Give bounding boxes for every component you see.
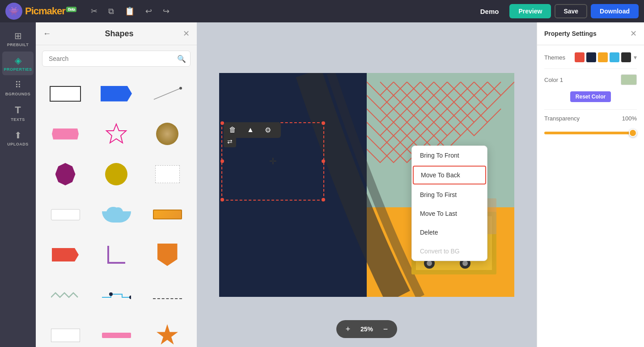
theme-swatch-yellow[interactable] (598, 52, 608, 62)
reset-color-button[interactable]: Reset Color (570, 91, 611, 102)
transparency-value: 100% (622, 115, 637, 122)
sidebar-item-properties[interactable]: ◈ PROPERTIES (2, 51, 34, 75)
svg-point-3 (109, 292, 113, 296)
svg-point-16 (462, 261, 468, 266)
shape-rect-outline[interactable] (42, 76, 89, 111)
svg-marker-2 (106, 124, 126, 143)
sidebar-item-texts[interactable]: T TEXTS (2, 101, 34, 125)
svg-point-4 (129, 296, 131, 299)
shape-zigzag[interactable] (42, 277, 89, 313)
shape-blue-arrow[interactable] (93, 76, 140, 111)
context-menu: Bring To Front Move To Back Bring To Fir… (411, 146, 487, 261)
themes-dropdown-button[interactable]: ▾ (634, 54, 637, 61)
theme-swatch-red[interactable] (575, 52, 585, 62)
delete-element-button[interactable]: 🗑 (227, 124, 238, 136)
shapes-panel: ← Shapes ✕ 🔍 (36, 22, 197, 347)
search-icon: 🔍 (177, 55, 186, 63)
logo-icon: 👾 (5, 3, 22, 20)
left-sidebar: ⊞ PREBUILT ◈ PROPERTIES ⠿ BGROUNDS T TEX… (0, 22, 36, 347)
settings-element-button[interactable]: ⚙ (263, 124, 273, 136)
shape-orange-shield[interactable] (144, 237, 191, 273)
shape-white-rect2[interactable] (42, 317, 89, 347)
panel-close-button[interactable]: ✕ (183, 29, 190, 39)
shape-line-diagonal[interactable] (144, 76, 191, 111)
shape-yellow-circle[interactable] (93, 156, 140, 192)
shape-orange-flower[interactable] (144, 317, 191, 347)
transparency-slider[interactable] (544, 132, 637, 134)
sidebar-item-label: BGROUNDS (5, 92, 31, 96)
panel-title: Shapes (55, 29, 183, 39)
shapes-grid (36, 72, 197, 347)
right-panel: Property Settings ✕ Themes ▾ Color 1 Res… (537, 22, 644, 347)
color1-label: Color 1 (544, 77, 563, 83)
transparency-row: Transparency 100% (544, 115, 637, 122)
right-panel-header: Property Settings ✕ (537, 22, 644, 45)
floating-toolbar: 🗑 ▲ ⚙ (224, 122, 281, 138)
texts-icon: T (15, 104, 21, 116)
shape-red-chevron-arrow[interactable] (42, 237, 89, 273)
bgrounds-icon: ⠿ (15, 80, 21, 90)
logo-area: 👾 PicmakerBeta (5, 3, 76, 20)
preview-button[interactable]: Preview (509, 4, 551, 18)
cut-button[interactable]: ✂ (87, 4, 101, 18)
undo-button[interactable]: ↩ (142, 4, 156, 18)
shape-pink-ribbon[interactable] (42, 116, 89, 152)
beta-badge: Beta (66, 7, 77, 12)
svg-point-1 (179, 87, 182, 90)
uploads-icon: ⬆ (14, 130, 22, 141)
right-panel-section: Themes ▾ Color 1 Reset Color Transparenc… (537, 45, 644, 143)
save-button[interactable]: Save (555, 4, 587, 18)
right-panel-close-button[interactable]: ✕ (630, 29, 637, 39)
theme-swatch-blue[interactable] (610, 52, 619, 62)
ctx-move-to-last[interactable]: Move To Last (412, 204, 487, 223)
right-panel-title: Property Settings (544, 30, 597, 37)
ctx-move-to-back[interactable]: Move To Back (413, 166, 486, 184)
shape-hex-purple[interactable] (42, 156, 89, 192)
paste-button[interactable]: 📋 (121, 4, 138, 18)
color1-row: Color 1 (544, 74, 637, 85)
zoom-out-button[interactable]: − (379, 323, 392, 335)
search-input[interactable] (42, 51, 191, 67)
svg-point-15 (427, 261, 432, 266)
sidebar-item-bgrounds[interactable]: ⠿ BGROUNDS (2, 76, 34, 100)
shape-star-outline[interactable] (93, 116, 140, 152)
ctx-convert-to-bg: Convert to BG (412, 242, 487, 261)
panel-back-button[interactable]: ← (43, 29, 51, 39)
sidebar-item-label: PROPERTIES (4, 67, 32, 72)
download-button[interactable]: Download (591, 4, 639, 18)
ctx-bring-to-first[interactable]: Bring To First (412, 185, 487, 204)
shape-step-line[interactable] (93, 277, 140, 313)
rp-divider-2 (544, 109, 637, 110)
theme-swatch-navy[interactable] (586, 52, 596, 62)
copy-button[interactable]: ⧉ (105, 5, 118, 18)
svg-line-0 (154, 88, 181, 99)
theme-swatch-dark[interactable] (621, 52, 631, 62)
topbar: 👾 PicmakerBeta ✂ ⧉ 📋 ↩ ↪ Demo Preview Sa… (0, 0, 644, 22)
sidebar-item-label: TEXTS (11, 117, 25, 122)
sidebar-item-uploads[interactable]: ⬆ UPLOADS (2, 126, 34, 150)
reset-color-container: Reset Color (544, 91, 637, 102)
shape-orange-banner[interactable] (144, 197, 191, 232)
shape-cloud[interactable] (93, 197, 140, 232)
shape-purple-L-bracket[interactable] (93, 237, 140, 273)
flip-button[interactable]: ▲ (245, 124, 256, 136)
color1-swatch[interactable] (621, 74, 637, 85)
shape-pink-stripe[interactable] (93, 317, 140, 347)
demo-button[interactable]: Demo (473, 5, 506, 18)
shape-white-rounded-rect[interactable] (42, 197, 89, 232)
themes-swatches: ▾ (575, 52, 637, 62)
zoom-in-button[interactable]: + (342, 323, 354, 335)
ctx-bring-to-front[interactable]: Bring To Front (412, 146, 487, 165)
shape-rect-dashed[interactable] (144, 156, 191, 192)
sidebar-item-prebuilt[interactable]: ⊞ PREBUILT (2, 27, 34, 51)
zoom-value: 25% (358, 326, 376, 333)
search-box: 🔍 (42, 51, 191, 67)
redo-button[interactable]: ↪ (159, 4, 173, 18)
panel-header: ← Shapes ✕ (36, 22, 197, 45)
sidebar-item-label: PREBUILT (7, 43, 29, 47)
shape-brown-circle[interactable] (144, 116, 191, 152)
sidebar-item-label: UPLOADS (7, 142, 29, 146)
themes-row: Themes ▾ (544, 52, 637, 62)
shape-dotted-line[interactable] (144, 277, 191, 313)
ctx-delete[interactable]: Delete (412, 223, 487, 242)
